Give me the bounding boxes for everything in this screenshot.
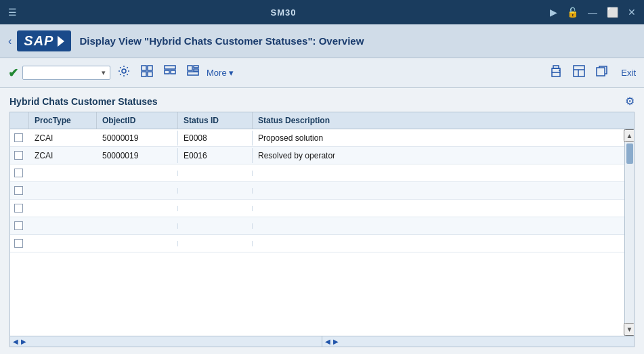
grid-icon-button-2[interactable] bbox=[160, 63, 179, 83]
col-header-check bbox=[10, 112, 29, 129]
row-checkbox-3[interactable] bbox=[10, 166, 29, 180]
print-button[interactable] bbox=[546, 63, 565, 83]
cell-statusdesc-3 bbox=[253, 171, 624, 176]
hamburger-button[interactable]: ☰ bbox=[5, 5, 20, 19]
cell-statusid-1: E0008 bbox=[178, 131, 253, 146]
grid-icon-button-1[interactable] bbox=[137, 63, 156, 83]
cell-statusid-3 bbox=[178, 171, 253, 176]
settings-icon-button[interactable] bbox=[114, 63, 133, 83]
scroll-track[interactable] bbox=[625, 142, 634, 323]
svg-rect-8 bbox=[188, 66, 192, 70]
svg-rect-2 bbox=[148, 66, 152, 70]
svg-rect-5 bbox=[165, 66, 175, 69]
table-scroll-wrapper: ZCAI 50000019 E0008 Proposed solution ZC… bbox=[10, 129, 634, 336]
svg-rect-10 bbox=[194, 69, 198, 71]
row-checkbox-1[interactable] bbox=[10, 131, 29, 145]
toolbar-right-icons bbox=[546, 63, 611, 83]
table-row bbox=[10, 217, 624, 235]
title-bar-right: ▶ 🔓 — ⬜ ✕ bbox=[547, 5, 639, 19]
play-button[interactable]: ▶ bbox=[547, 5, 560, 19]
gear-button[interactable]: ⚙ bbox=[625, 95, 635, 108]
title-bar-label: SM30 bbox=[271, 7, 297, 18]
table-row bbox=[10, 235, 624, 252]
table-header: ProcType ObjectID Status ID Status Descr… bbox=[10, 112, 634, 129]
col-header-statusdesc: Status Description bbox=[253, 112, 624, 129]
title-bar-left: ☰ bbox=[5, 5, 20, 19]
exit-button[interactable]: Exit bbox=[621, 68, 636, 78]
toolbar: ✔ ▾ More ▾ bbox=[0, 58, 644, 88]
svg-rect-3 bbox=[142, 72, 146, 76]
row-checkbox-4[interactable] bbox=[10, 183, 29, 198]
restore-button[interactable]: ⬜ bbox=[604, 5, 621, 19]
more-button[interactable]: More ▾ bbox=[207, 68, 234, 78]
scroll-down-button[interactable]: ▼ bbox=[624, 323, 634, 336]
vertical-scrollbar[interactable]: ▲ ▼ bbox=[624, 129, 634, 336]
confirm-button[interactable]: ✔ bbox=[8, 66, 18, 81]
grid-icon-button-3[interactable] bbox=[184, 63, 202, 83]
col-header-proctype: ProcType bbox=[29, 112, 97, 129]
table-row bbox=[10, 182, 624, 200]
dropdown-field[interactable]: ▾ bbox=[22, 66, 110, 80]
sap-logo-text: SAP bbox=[24, 33, 53, 49]
col-header-statusid: Status ID bbox=[178, 112, 253, 129]
cell-objectid-2: 50000019 bbox=[97, 148, 178, 163]
svg-rect-4 bbox=[148, 72, 152, 76]
svg-rect-11 bbox=[188, 72, 198, 75]
sap-logo: SAP bbox=[17, 30, 71, 51]
svg-rect-15 bbox=[574, 66, 584, 76]
layout-button[interactable] bbox=[570, 63, 588, 83]
svg-rect-1 bbox=[142, 66, 146, 70]
cell-proctype-1: ZCAI bbox=[29, 131, 97, 146]
svg-rect-12 bbox=[552, 72, 560, 76]
more-label: More bbox=[207, 68, 227, 78]
cell-proctype-3 bbox=[29, 171, 97, 176]
cell-statusdesc-2: Resolved by operator bbox=[253, 148, 624, 163]
table-row bbox=[10, 200, 624, 217]
lock-button[interactable]: 🔓 bbox=[564, 5, 581, 19]
chevron-down-icon: ▾ bbox=[102, 68, 106, 77]
close-button[interactable]: ✕ bbox=[625, 5, 639, 19]
row-checkbox-5[interactable] bbox=[10, 201, 29, 215]
scroll-left-icon[interactable]: ◀ bbox=[13, 338, 18, 345]
scroll-thumb[interactable] bbox=[626, 143, 633, 164]
svg-rect-13 bbox=[553, 66, 559, 68]
cell-proctype-2: ZCAI bbox=[29, 148, 97, 163]
scrollbar-h-right[interactable]: ◀ ▶ bbox=[322, 336, 634, 347]
row-checkbox-2[interactable] bbox=[10, 148, 29, 162]
svg-rect-9 bbox=[194, 66, 198, 68]
expand-button[interactable] bbox=[593, 63, 611, 83]
title-bar: ☰ SM30 ▶ 🔓 — ⬜ ✕ bbox=[0, 0, 644, 24]
table-row: ZCAI 50000019 E0016 Resolved by operator bbox=[10, 147, 624, 164]
section-header: Hybrid Chats Customer Statuses ⚙ bbox=[9, 95, 635, 108]
table-main: ZCAI 50000019 E0008 Proposed solution ZC… bbox=[10, 129, 624, 336]
scroll-up-button[interactable]: ▲ bbox=[624, 129, 634, 142]
scroll-right-icon-3[interactable]: ▶ bbox=[333, 338, 339, 345]
row-checkbox-6[interactable] bbox=[10, 219, 29, 233]
svg-point-0 bbox=[122, 69, 126, 73]
back-button[interactable]: ‹ bbox=[8, 35, 12, 47]
table-row: ZCAI 50000019 E0008 Proposed solution bbox=[10, 129, 624, 147]
cell-statusid-2: E0016 bbox=[178, 148, 253, 163]
bottom-scrollbar-area: ◀ ▶ ◀ ▶ bbox=[10, 336, 634, 347]
scroll-right-icon-2[interactable]: ◀ bbox=[325, 338, 330, 345]
minimize-button[interactable]: — bbox=[585, 5, 600, 19]
page-title: Display View "Hybrid Chats Customer Stat… bbox=[79, 35, 364, 47]
cell-objectid-3 bbox=[97, 171, 178, 176]
cell-statusdesc-1: Proposed solution bbox=[253, 131, 624, 146]
svg-rect-7 bbox=[171, 70, 175, 74]
cell-objectid-1: 50000019 bbox=[97, 131, 178, 146]
sap-header: ‹ SAP Display View "Hybrid Chats Custome… bbox=[0, 24, 644, 58]
svg-point-14 bbox=[559, 70, 560, 71]
more-chevron-icon: ▾ bbox=[229, 68, 234, 78]
table-row bbox=[10, 164, 624, 182]
scroll-right-icon[interactable]: ▶ bbox=[21, 338, 26, 345]
data-table: ProcType ObjectID Status ID Status Descr… bbox=[9, 112, 635, 347]
sap-logo-triangle bbox=[58, 36, 64, 47]
svg-rect-16 bbox=[597, 68, 605, 76]
content-area: Hybrid Chats Customer Statuses ⚙ ProcTyp… bbox=[0, 88, 644, 354]
row-checkbox-7[interactable] bbox=[10, 236, 29, 250]
svg-rect-6 bbox=[165, 70, 169, 74]
table-body: ZCAI 50000019 E0008 Proposed solution ZC… bbox=[10, 129, 624, 336]
section-title: Hybrid Chats Customer Statuses bbox=[9, 96, 158, 107]
scrollbar-h-left[interactable]: ◀ ▶ bbox=[10, 336, 322, 347]
